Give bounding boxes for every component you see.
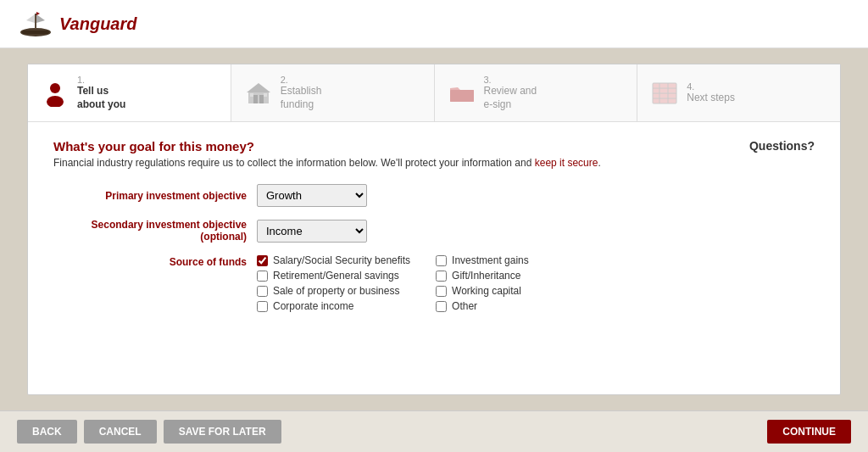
section-description: Financial industry regulations require u… xyxy=(53,157,815,169)
content-header: What's your goal for this money? Questio… xyxy=(53,139,815,153)
checkbox-salary[interactable]: Salary/Social Security benefits xyxy=(257,254,410,266)
checkbox-other-label: Other xyxy=(452,300,477,312)
secondary-select[interactable]: Income Growth Speculation Preservation xyxy=(257,220,367,243)
checkbox-corporate-label: Corporate income xyxy=(273,300,353,312)
secondary-label: Secondary investment objective (optional… xyxy=(53,219,257,243)
svg-rect-11 xyxy=(259,95,264,103)
cancel-button[interactable]: CANCEL xyxy=(84,420,157,444)
primary-objective-row: Primary investment objective Growth Inco… xyxy=(53,184,815,207)
step-3-label: 3. Review ande-sign xyxy=(484,75,537,111)
logo-text: Vanguard xyxy=(59,14,137,34)
section-title: What's your goal for this money? xyxy=(53,139,254,153)
svg-marker-9 xyxy=(247,83,270,92)
checkbox-working[interactable]: Working capital xyxy=(436,285,589,297)
source-funds-row: Source of funds Salary/Social Security b… xyxy=(53,254,815,312)
svg-rect-5 xyxy=(22,31,49,34)
checkbox-working-input[interactable] xyxy=(436,286,447,297)
secure-link[interactable]: keep it secure xyxy=(535,157,598,169)
checkbox-gift-input[interactable] xyxy=(436,271,447,282)
checkbox-salary-input[interactable] xyxy=(257,255,268,266)
folder-icon xyxy=(448,80,476,107)
svg-marker-3 xyxy=(26,14,35,23)
checkbox-sale-input[interactable] xyxy=(257,286,268,297)
form-content: What's your goal for this money? Questio… xyxy=(28,122,840,327)
primary-select[interactable]: Growth Income Speculation Preservation xyxy=(257,184,367,207)
checkbox-gift[interactable]: Gift/Inheritance xyxy=(436,270,589,282)
step-tell-about-you[interactable]: 1. Tell usabout you xyxy=(28,64,231,121)
checkbox-other[interactable]: Other xyxy=(436,300,589,312)
checkbox-sale-label: Sale of property or business xyxy=(273,285,399,297)
main-content: 1. Tell usabout you 2. Establishfunding xyxy=(0,48,868,410)
svg-marker-2 xyxy=(36,14,45,23)
svg-point-7 xyxy=(47,96,64,107)
questions-link[interactable]: Questions? xyxy=(749,139,815,153)
stepper: 1. Tell usabout you 2. Establishfunding xyxy=(28,64,840,122)
secondary-objective-row: Secondary investment objective (optional… xyxy=(53,219,815,243)
checkbox-gift-label: Gift/Inheritance xyxy=(452,270,520,282)
svg-rect-13 xyxy=(264,93,267,97)
checkbox-corporate[interactable]: Corporate income xyxy=(257,300,410,312)
building-icon xyxy=(245,80,272,107)
step-4-label: 4. Next steps xyxy=(687,81,735,105)
footer-left-buttons: BACK CANCEL SAVE FOR LATER xyxy=(17,420,281,444)
svg-rect-12 xyxy=(250,93,253,97)
step-review-esign[interactable]: 3. Review ande-sign xyxy=(435,64,638,121)
table-icon xyxy=(651,80,678,107)
svg-marker-4 xyxy=(36,12,40,15)
primary-label: Primary investment objective xyxy=(53,190,257,202)
svg-rect-14 xyxy=(450,90,474,102)
svg-rect-10 xyxy=(253,95,258,103)
back-button[interactable]: BACK xyxy=(17,420,77,444)
logo: Vanguard xyxy=(17,8,137,39)
checkbox-investment-input[interactable] xyxy=(436,255,447,266)
checkboxes-grid: Salary/Social Security benefits Investme… xyxy=(257,254,589,312)
checkbox-retirement[interactable]: Retirement/General savings xyxy=(257,270,410,282)
checkbox-working-label: Working capital xyxy=(452,285,521,297)
checkbox-retirement-label: Retirement/General savings xyxy=(273,270,399,282)
main-card: 1. Tell usabout you 2. Establishfunding xyxy=(27,64,841,395)
svg-point-6 xyxy=(50,83,60,93)
step-2-label: 2. Establishfunding xyxy=(281,75,322,111)
checkbox-investment[interactable]: Investment gains xyxy=(436,254,589,266)
save-for-later-button[interactable]: SAVE FOR LATER xyxy=(164,420,281,444)
page-header: Vanguard xyxy=(0,0,868,48)
footer: BACK CANCEL SAVE FOR LATER CONTINUE xyxy=(0,410,868,452)
checkbox-salary-label: Salary/Social Security benefits xyxy=(273,254,410,266)
source-label: Source of funds xyxy=(53,254,257,268)
checkbox-investment-label: Investment gains xyxy=(452,254,529,266)
step-next-steps[interactable]: 4. Next steps xyxy=(637,64,840,121)
checkbox-other-input[interactable] xyxy=(436,301,447,312)
step-1-label: 1. Tell usabout you xyxy=(77,75,125,111)
checkbox-sale[interactable]: Sale of property or business xyxy=(257,285,410,297)
ship-icon xyxy=(17,8,54,39)
svg-rect-1 xyxy=(35,14,36,29)
step-establish-funding[interactable]: 2. Establishfunding xyxy=(231,64,435,121)
person-icon xyxy=(42,80,69,107)
checkbox-corporate-input[interactable] xyxy=(257,301,268,312)
continue-button[interactable]: CONTINUE xyxy=(767,420,851,444)
checkbox-retirement-input[interactable] xyxy=(257,271,268,282)
